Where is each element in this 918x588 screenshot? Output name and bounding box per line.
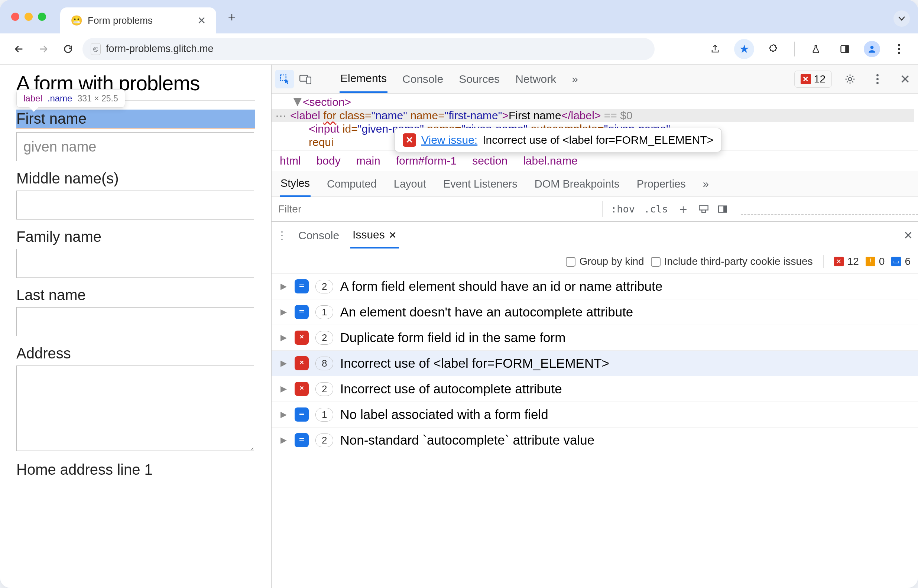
issue-count: 2 <box>315 433 333 447</box>
rendered-page: A form with problems label.name 331 × 25… <box>0 65 271 588</box>
devtools-header: Elements Console Sources Network » ✕ 12 … <box>272 65 918 94</box>
menu-button[interactable] <box>889 39 909 59</box>
tab-network[interactable]: Network <box>514 66 557 92</box>
subtab-dom-breakpoints[interactable]: DOM Breakpoints <box>534 172 621 196</box>
address-textarea[interactable] <box>16 365 254 451</box>
new-tab-button[interactable]: ＋ <box>221 6 242 27</box>
panel-icon <box>840 44 850 54</box>
tab-elements[interactable]: Elements <box>339 65 388 93</box>
crumb[interactable]: main <box>356 155 380 167</box>
issue-text: Incorrect use of autocomplete attribute <box>340 381 562 396</box>
side-panel-button[interactable] <box>835 39 855 59</box>
first-name-label: First name <box>16 110 255 129</box>
info-bubble-icon <box>294 279 309 294</box>
new-style-rule-button[interactable]: ＋ <box>672 200 694 218</box>
reload-button[interactable] <box>58 39 78 59</box>
error-count: 12 <box>814 73 826 85</box>
dom-tree[interactable]: ▶<section> <label for class="name" name=… <box>272 94 918 150</box>
family-name-input[interactable] <box>16 249 254 278</box>
issue-row[interactable]: ▶1An element doesn't have an autocomplet… <box>272 299 918 325</box>
svg-rect-25 <box>299 438 304 439</box>
share-button[interactable] <box>705 39 725 59</box>
forward-button[interactable] <box>34 39 53 59</box>
issue-count: 8 <box>315 357 333 370</box>
subtab-properties[interactable]: Properties <box>636 172 687 196</box>
devtools-panel: Elements Console Sources Network » ✕ 12 … <box>271 65 918 588</box>
cls-toggle[interactable]: .cls <box>639 203 672 215</box>
subtab-event-listeners[interactable]: Event Listeners <box>443 172 518 196</box>
labs-button[interactable] <box>806 39 826 59</box>
issue-row[interactable]: ▶1No label associated with a form field <box>272 402 918 428</box>
subtab-layout[interactable]: Layout <box>393 172 427 196</box>
issue-row[interactable]: ▶✕2Incorrect use of autocomplete attribu… <box>272 376 918 402</box>
close-tab-button[interactable]: ✕ <box>197 15 206 27</box>
issue-row[interactable]: ▶✕8Incorrect use of <label for=FORM_ELEM… <box>272 351 918 376</box>
subtab-computed[interactable]: Computed <box>326 172 377 196</box>
maximize-window-button[interactable] <box>38 13 46 21</box>
crumb[interactable]: label.name <box>523 155 578 167</box>
devtools-close-button[interactable]: ✕ <box>896 70 914 89</box>
device-toggle-button[interactable] <box>296 70 315 89</box>
devtools-tabs: Elements Console Sources Network » <box>339 65 579 93</box>
issue-row[interactable]: ▶✕2Duplicate form field id in the same f… <box>272 325 918 351</box>
view-issue-link[interactable]: View issue: <box>421 134 477 146</box>
sidebar-toggle[interactable] <box>713 205 732 213</box>
drawer-menu-button[interactable]: ⋮ <box>277 229 287 241</box>
drawer-tab-console[interactable]: Console <box>296 223 341 248</box>
tab-console[interactable]: Console <box>402 66 444 92</box>
styles-filter-input[interactable] <box>272 200 598 218</box>
tab-sources[interactable]: Sources <box>458 66 500 92</box>
minimize-window-button[interactable] <box>24 13 33 21</box>
close-icon[interactable]: ✕ <box>389 229 397 241</box>
arrow-right-icon <box>38 44 48 54</box>
tab-search-button[interactable] <box>894 10 910 27</box>
third-party-cookies-checkbox[interactable]: Include third-party cookie issues <box>651 255 813 267</box>
crumb[interactable]: form#form-1 <box>396 155 457 167</box>
separator <box>320 71 320 87</box>
crumb[interactable]: html <box>280 155 301 167</box>
crumb[interactable]: section <box>472 155 507 167</box>
issue-count: 2 <box>315 382 333 396</box>
issue-text: No label associated with a form field <box>340 407 548 422</box>
computed-toggle[interactable] <box>694 205 713 213</box>
hov-toggle[interactable]: :hov <box>606 203 639 215</box>
issue-count: 1 <box>315 305 333 319</box>
issue-text: Incorrect use of <label for=FORM_ELEMENT… <box>340 356 609 371</box>
crumb[interactable]: body <box>317 155 341 167</box>
error-count-badge[interactable]: ✕ 12 <box>794 71 832 88</box>
person-icon <box>867 44 877 54</box>
inspect-element-button[interactable] <box>275 70 294 89</box>
address-bar[interactable]: ⎋ form-problems.glitch.me <box>82 38 655 60</box>
profile-button[interactable] <box>864 41 880 57</box>
tabs-overflow[interactable]: » <box>571 66 579 92</box>
bookmark-button[interactable]: ★ <box>734 39 754 59</box>
first-name-input[interactable] <box>16 132 254 161</box>
expand-icon: ▶ <box>281 359 288 368</box>
drawer-tab-issues[interactable]: Issues✕ <box>350 223 399 249</box>
window-titlebar: 😬 Form problems ✕ ＋ <box>0 0 918 34</box>
devtools-menu-button[interactable] <box>868 70 887 89</box>
devtools-settings-button[interactable] <box>841 70 859 89</box>
separator <box>794 42 795 57</box>
issue-row[interactable]: ▶2Non-standard `autocomplete` attribute … <box>272 428 918 453</box>
drawer-close-button[interactable]: ✕ <box>903 229 913 242</box>
last-name-input[interactable] <box>16 307 254 336</box>
site-security-icon[interactable]: ⎋ <box>91 43 101 55</box>
subtabs-overflow[interactable]: » <box>702 172 710 196</box>
group-by-kind-checkbox[interactable]: Group by kind <box>566 255 644 267</box>
issue-row[interactable]: ▶2A form field element should have an id… <box>272 274 918 299</box>
subtab-styles[interactable]: Styles <box>280 171 310 197</box>
svg-point-5 <box>898 52 900 54</box>
extensions-button[interactable] <box>763 39 783 59</box>
styles-subpanel-tabs: Styles Computed Layout Event Listeners D… <box>272 171 918 197</box>
svg-text:✕: ✕ <box>299 334 304 340</box>
svg-rect-18 <box>299 310 304 311</box>
dom-breadcrumb[interactable]: html body main form#form-1 section label… <box>272 150 918 171</box>
browser-tab[interactable]: 😬 Form problems ✕ <box>60 7 216 34</box>
selected-dom-node[interactable]: <label for class="name" name="first-name… <box>272 109 914 122</box>
expand-icon: ▶ <box>281 410 288 419</box>
close-window-button[interactable] <box>11 13 19 21</box>
middle-name-input[interactable] <box>16 191 254 220</box>
tab-title: Form problems <box>88 15 192 26</box>
back-button[interactable] <box>9 39 29 59</box>
